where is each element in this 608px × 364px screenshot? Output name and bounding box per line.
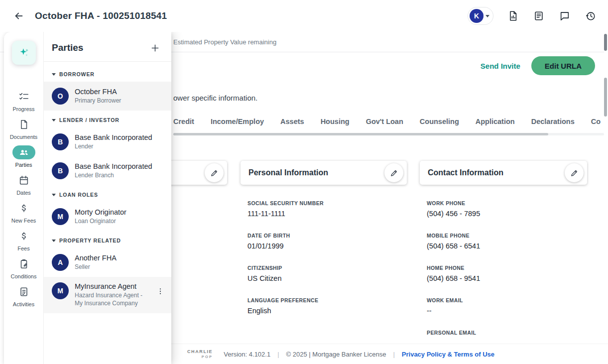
edit-urla-button[interactable]: Edit URLA [531,56,595,75]
avatar: M [52,282,69,299]
field-value: 01/01/1999 [247,242,407,250]
field-value: (504) 658 - 9541 [427,274,587,282]
party-another-fha[interactable]: A Another FHA Seller [44,248,171,277]
privacy-terms-link[interactable]: Privacy Policy & Terms of Use [402,351,494,358]
avatar: O [52,88,69,105]
card-contact-information: Contact Information WORK PHONE (504) 456… [420,161,587,339]
group-borrower[interactable]: BORROWER [44,65,171,82]
avatar: A [52,254,69,271]
action-row: Send Invite Edit URLA [481,56,595,76]
edit-personal-button[interactable] [384,163,403,182]
group-lender-investor[interactable]: LENDER / INVESTOR [44,111,171,127]
copyright-text: © 2025 | Mortgage Banker License [286,351,386,358]
group-label: PROPERTY RELATED [59,238,121,243]
tab-credit[interactable]: Credit [173,118,194,125]
card-contact-title: Contact Information [428,168,503,177]
field-value: English [247,307,407,315]
sidebar-item-dates[interactable]: Dates [4,170,43,198]
sidebar-item-conditions[interactable]: Conditions [4,254,43,282]
sidebar-item-fees[interactable]: Fees [4,226,43,254]
party-myinsurance-agent[interactable]: M MyInsurance Agent Hazard Insurance Age… [44,277,171,313]
tab-counseling[interactable]: Counseling [420,118,459,125]
charlie-pop-logo: CHARLIE POP [187,349,213,359]
logo-text: CHARLIE [187,349,213,354]
sidebar-item-progress[interactable]: Progress [4,87,43,115]
card-contact-header: Contact Information [420,161,587,185]
tab-income-employ[interactable]: Income/Employ [211,118,264,125]
horizontal-scrollbar-thumb[interactable] [173,133,548,135]
kebab-menu-icon[interactable] [156,282,164,295]
field-mobile-phone: MOBILE PHONE (504) 658 - 6541 [427,233,587,250]
topbar-actions: K [468,7,597,25]
nav-rail: Progress Documents Parties Dates New Fee [4,32,44,364]
vertical-scrollbar-thumb-top[interactable] [604,34,607,51]
edit-contact-button[interactable] [565,163,584,182]
sidebar-item-activities[interactable]: Activities [4,282,43,310]
edit-partial-button[interactable] [205,163,224,182]
sidebar-item-parties[interactable]: Parties [4,142,43,170]
field-label: WORK EMAIL [427,297,587,303]
field-value: -- [427,307,587,315]
send-invite-button[interactable]: Send Invite [481,62,520,70]
party-texts: Another FHA Seller [75,254,164,271]
version-text: Version: 4.102.1 [224,351,270,358]
party-morty-originator[interactable]: M Morty Originator Loan Originator [44,202,171,231]
calendar-icon [12,173,35,187]
party-base-bank-branch[interactable]: B Base Bank Incorporated Lender Branch [44,156,171,185]
tab-declarations[interactable]: Declarations [531,118,575,125]
field-value: 111-11-1111 [247,210,407,218]
add-party-button[interactable] [148,41,161,54]
party-texts: Base Bank Incorporated Lender Branch [75,162,164,180]
card-personal-information: Personal Information SOCIAL SECURITY NUM… [241,161,407,315]
dollar-icon [12,229,35,243]
party-role: Lender [75,143,164,151]
user-menu[interactable]: K [468,7,493,25]
tab-govt-loan[interactable]: Gov't Loan [366,118,403,125]
file-report-icon[interactable] [506,9,519,22]
sidebar-item-documents[interactable]: Documents [4,115,43,142]
vertical-scrollbar-thumb-main[interactable] [604,78,607,117]
group-loan-roles[interactable]: LOAN ROLES [44,185,171,202]
pencil-icon [390,169,398,177]
tab-truncated[interactable]: Co [591,118,601,125]
topbar: October FHA - 100251018541 K [0,0,608,32]
sidebar-item-new-fees[interactable]: New Fees [4,198,43,226]
chat-icon[interactable] [558,9,571,22]
sidebar-item-label: Conditions [11,273,37,279]
left-panel: Progress Documents Parties Dates New Fee [4,32,171,364]
field-work-email: WORK EMAIL -- [427,297,587,315]
back-button[interactable] [10,7,28,25]
ledger-icon[interactable] [532,9,545,22]
field-label: MOBILE PHONE [427,233,587,239]
sidebar-item-label: Activities [13,301,34,307]
chevron-down-icon [52,73,56,76]
tab-housing[interactable]: Housing [321,118,350,125]
party-role: Hazard Insurance Agent - My Insurance Co… [75,292,150,308]
plus-icon [150,43,160,53]
field-work-phone: WORK PHONE (504) 456 - 7895 [427,200,587,218]
field-label: DATE OF BIRTH [247,233,407,239]
party-role: Primary Borrower [75,97,164,105]
assistant-button[interactable] [12,41,36,65]
field-label: LANGUAGE PREFERENCE [247,297,407,303]
field-label: PERSONAL EMAIL [427,330,587,336]
party-name: October FHA [75,88,164,96]
footer: CHARLIE POP Version: 4.102.1 | © 2025 | … [167,344,608,364]
card-personal-body: SOCIAL SECURITY NUMBER 111-11-1111 DATE … [241,185,407,315]
field-date-of-birth: DATE OF BIRTH 01/01/1999 [247,233,407,250]
group-label: LENDER / INVESTOR [59,117,120,123]
checklist-icon [12,90,35,104]
document-icon [12,118,35,131]
party-october-fha[interactable]: O October FHA Primary Borrower [44,82,171,111]
history-icon[interactable] [584,9,597,22]
logo-text: POP [202,355,213,359]
field-label: SOCIAL SECURITY NUMBER [247,200,407,206]
tab-application[interactable]: Application [476,118,515,125]
sidebar-item-label: Parties [15,162,32,168]
divider: | [277,351,279,358]
field-label: WORK PHONE [427,200,587,206]
party-base-bank-lender[interactable]: B Base Bank Incorporated Lender [44,127,171,156]
card-personal-header: Personal Information [241,161,407,185]
tab-assets[interactable]: Assets [280,118,304,125]
group-property-related[interactable]: PROPERTY RELATED [44,231,171,248]
